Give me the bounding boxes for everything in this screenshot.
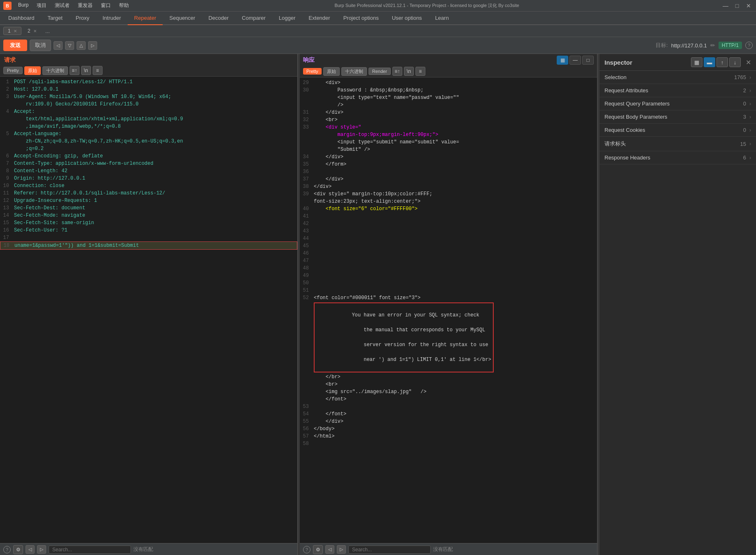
chevron-down-icon: › bbox=[749, 141, 751, 147]
nav-up-button[interactable]: △ bbox=[77, 41, 86, 50]
close-button[interactable]: ✕ bbox=[744, 2, 753, 9]
inspector-view-down[interactable]: ↓ bbox=[729, 57, 741, 67]
inspector-row-cookies[interactable]: Request Cookies 0 › bbox=[600, 124, 756, 137]
help-icon[interactable]: ? bbox=[745, 42, 753, 49]
request-help-icon[interactable]: ? bbox=[3, 546, 11, 553]
nav-prev-button[interactable]: ◁ bbox=[54, 41, 63, 50]
tab-extender[interactable]: Extender bbox=[302, 12, 337, 25]
response-search-prev[interactable]: ◁ bbox=[325, 545, 334, 554]
response-search-next[interactable]: ▷ bbox=[337, 545, 346, 554]
code-line: 13Sec-Fetch-Dest: document bbox=[0, 204, 297, 212]
code-line: 44 bbox=[300, 235, 597, 242]
inspector-row-response-headers[interactable]: Response Headers 6 › bbox=[600, 151, 756, 164]
request-search-prev[interactable]: ◁ bbox=[26, 545, 35, 554]
code-line: 5Accept-Language: bbox=[0, 130, 297, 138]
menu-help[interactable]: 帮助 bbox=[116, 1, 132, 10]
inspector-request-attributes-count: 2 bbox=[743, 87, 746, 94]
inspector-response-headers-label: Response Headers bbox=[604, 155, 743, 161]
tab-dashboard[interactable]: Dashboard bbox=[2, 12, 41, 25]
close-tab-1-icon[interactable]: ✕ bbox=[14, 29, 17, 33]
response-hex-btn[interactable]: 十六进制 bbox=[341, 67, 367, 76]
tab-repeater[interactable]: Repeater bbox=[128, 12, 163, 25]
minimize-button[interactable]: — bbox=[721, 2, 730, 9]
response-pretty-btn[interactable]: Pretty bbox=[303, 68, 322, 75]
more-tabs-button[interactable]: ... bbox=[43, 27, 52, 35]
request-search-next[interactable]: ▷ bbox=[37, 545, 46, 554]
close-tab-2-icon[interactable]: ✕ bbox=[33, 29, 37, 33]
request-search-input[interactable] bbox=[49, 546, 131, 554]
code-line: font-size:23px; text-align:center;"> bbox=[300, 198, 597, 205]
maximize-button[interactable]: □ bbox=[733, 2, 741, 9]
request-pretty-btn[interactable]: Pretty bbox=[3, 67, 23, 74]
inspector-close-icon[interactable]: ✕ bbox=[746, 59, 751, 66]
request-settings-icon[interactable]: ⚙ bbox=[13, 545, 23, 554]
view-mode-horizontal-btn[interactable]: — bbox=[569, 56, 581, 65]
code-line: 42 bbox=[300, 220, 597, 227]
request-indent-icon[interactable]: ≡↑ bbox=[70, 66, 79, 75]
code-line: 40 <font size="6" color="#FFFF00"> bbox=[300, 205, 597, 213]
tab-intruder[interactable]: Intruder bbox=[96, 12, 128, 25]
inspector-cookies-label: Request Cookies bbox=[604, 127, 743, 133]
response-help-icon[interactable]: ? bbox=[303, 546, 310, 553]
request-hex-btn[interactable]: 十六进制 bbox=[42, 66, 68, 75]
menu-resend[interactable]: 重发器 bbox=[75, 1, 96, 10]
response-panel-header-row: 响应 ▦ — □ bbox=[300, 54, 597, 66]
code-line: 37 </div> bbox=[300, 176, 597, 183]
response-search-input[interactable] bbox=[348, 546, 431, 554]
nav-next-button[interactable]: ▷ bbox=[88, 41, 97, 50]
response-render-btn[interactable]: Render bbox=[369, 68, 391, 75]
sub-tab-2[interactable]: 2 ✕ bbox=[23, 27, 41, 35]
response-settings-icon[interactable]: ⚙ bbox=[313, 545, 323, 554]
response-editor-toolbar: Pretty 原始 十六进制 Render ≡↑ \n ≡ bbox=[300, 66, 597, 77]
inspector-row-body-params[interactable]: Request Body Parameters 3 › bbox=[600, 110, 756, 124]
tab-sequencer[interactable]: Sequencer bbox=[163, 12, 202, 25]
code-line: 14Sec-Fetch-Mode: navigate bbox=[0, 212, 297, 219]
code-line: 12Upgrade-Insecure-Requests: 1 bbox=[0, 197, 297, 204]
request-wrap-icon[interactable]: ≡ bbox=[93, 66, 103, 75]
cancel-button[interactable]: 取消 bbox=[30, 40, 51, 51]
view-mode-split-btn[interactable]: ▦ bbox=[557, 56, 568, 65]
inspector-view-split[interactable]: ▬ bbox=[704, 57, 715, 67]
code-line: ,image/avif,image/webp,*/*;q=0.8 bbox=[0, 123, 297, 130]
request-code-editor[interactable]: 1POST /sqli-labs-master/Less-12/ HTTP/1.… bbox=[0, 77, 297, 543]
request-bottom-bar: ? ⚙ ◁ ▷ 没有匹配 bbox=[0, 543, 297, 555]
response-newline-icon[interactable]: \n bbox=[404, 67, 414, 76]
menu-test[interactable]: 测试者 bbox=[51, 1, 73, 10]
inspector-row-query-params[interactable]: Request Query Parameters 0 › bbox=[600, 97, 756, 110]
response-panel-title: 响应 bbox=[303, 56, 315, 64]
request-newline-icon[interactable]: \n bbox=[81, 66, 91, 75]
menu-burp[interactable]: Burp bbox=[15, 1, 32, 10]
sub-tab-1[interactable]: 1 ✕ bbox=[3, 27, 21, 35]
inspector-row-request-attributes[interactable]: Request Attributes 2 › bbox=[600, 84, 756, 97]
menu-project[interactable]: 项目 bbox=[33, 1, 50, 10]
tab-target[interactable]: Target bbox=[41, 12, 69, 25]
response-no-match: 没有匹配 bbox=[433, 546, 453, 553]
tab-project-options[interactable]: Project options bbox=[337, 12, 385, 25]
inspector-row-request-headers[interactable]: 请求标头 15 › bbox=[600, 137, 756, 151]
menu-window[interactable]: 窗口 bbox=[98, 1, 114, 10]
code-line: 46 bbox=[300, 250, 597, 257]
code-line: 33 <div style=" bbox=[300, 124, 597, 131]
response-raw-btn[interactable]: 原始 bbox=[323, 67, 340, 76]
tab-comparer[interactable]: Comparer bbox=[235, 12, 272, 25]
response-code-editor[interactable]: 29 <div> 30 Password : &nbsp;&nbsp;&nbsp… bbox=[300, 77, 597, 543]
view-mode-vertical-btn[interactable]: □ bbox=[582, 56, 594, 65]
tab-proxy[interactable]: Proxy bbox=[69, 12, 96, 25]
send-button[interactable]: 发送 bbox=[3, 40, 27, 51]
inspector-view-up[interactable]: ↑ bbox=[716, 57, 728, 67]
tab-learn[interactable]: Learn bbox=[429, 12, 455, 25]
response-indent-icon[interactable]: ≡↑ bbox=[392, 67, 402, 76]
response-wrap-icon[interactable]: ≡ bbox=[415, 67, 425, 76]
inspector-view-grid[interactable]: ▦ bbox=[691, 57, 702, 67]
edit-target-icon[interactable]: ✏ bbox=[710, 42, 715, 49]
tab-user-options[interactable]: User options bbox=[385, 12, 429, 25]
nav-down-button[interactable]: ▽ bbox=[65, 41, 74, 50]
code-line: margin-top:9px;margin-left:90px;"> bbox=[300, 131, 597, 138]
request-raw-btn[interactable]: 原始 bbox=[24, 66, 41, 75]
code-line: ;q=0.2 bbox=[0, 145, 297, 152]
inspector-body-params-count: 3 bbox=[743, 114, 746, 120]
inspector-selection-label: Selection bbox=[604, 74, 734, 80]
tab-logger[interactable]: Logger bbox=[272, 12, 302, 25]
inspector-row-selection[interactable]: Selection 1765 › bbox=[600, 71, 756, 84]
tab-decoder[interactable]: Decoder bbox=[202, 12, 235, 25]
